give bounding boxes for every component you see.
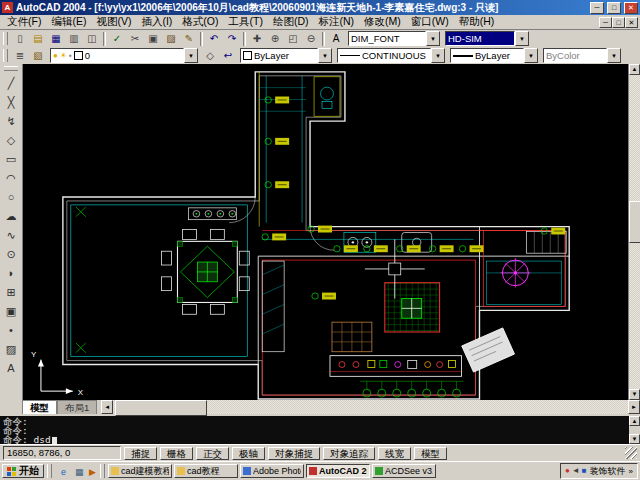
- quicklaunch-media-icon[interactable]: ▶: [83, 464, 97, 478]
- menu-item-0[interactable]: 文件(F): [2, 15, 46, 29]
- zoom-previous-button[interactable]: ⊖: [302, 31, 320, 47]
- mtext-button[interactable]: A: [1, 359, 21, 378]
- dim-style-combo[interactable]: HD-SIM ▼: [445, 31, 529, 46]
- match-properties-button[interactable]: ✎: [180, 31, 198, 47]
- tray-volume-icon[interactable]: ◄: [572, 465, 580, 477]
- zoom-window-button[interactable]: ◰: [284, 31, 302, 47]
- layer-combo[interactable]: ● ☀ ▪ 0 ▼: [50, 48, 198, 63]
- status-toggle-栅格[interactable]: 栅格: [160, 447, 193, 460]
- plotstyle-combo-field[interactable]: ByColor: [543, 48, 607, 63]
- text-style-button[interactable]: A: [327, 31, 345, 47]
- menu-item-9[interactable]: 窗口(W): [406, 15, 454, 29]
- color-dropdown-arrow-icon[interactable]: ▼: [318, 48, 332, 63]
- vscroll-track[interactable]: [629, 75, 640, 389]
- lineweight-combo[interactable]: ByLayer ▼: [450, 48, 538, 63]
- task-button[interactable]: ACDSee v3.1...: [372, 464, 436, 478]
- task-button[interactable]: cad教程: [174, 464, 238, 478]
- pan-button[interactable]: ✚: [248, 31, 266, 47]
- tray-antivirus-icon[interactable]: ●: [565, 465, 570, 477]
- circle-button[interactable]: ○: [1, 188, 21, 207]
- menu-item-1[interactable]: 编辑(E): [46, 15, 91, 29]
- doc-close-button[interactable]: ✕: [625, 17, 638, 28]
- command-scroll-up-icon[interactable]: ▲: [629, 416, 640, 426]
- vscroll-thumb[interactable]: [629, 201, 640, 243]
- save-button[interactable]: ▦: [47, 31, 65, 47]
- status-toggle-正交[interactable]: 正交: [196, 447, 229, 460]
- linetype-dropdown-arrow-icon[interactable]: ▼: [431, 48, 445, 63]
- text-style-combo[interactable]: DIM_FONT ▼: [348, 31, 440, 46]
- menu-item-2[interactable]: 视图(V): [91, 15, 136, 29]
- scroll-left-icon[interactable]: ◄: [101, 400, 113, 414]
- plotstyle-dropdown-arrow-icon[interactable]: ▼: [607, 48, 621, 63]
- text-style-field[interactable]: DIM_FONT: [348, 31, 426, 46]
- command-scrollbar[interactable]: ▲ ▼: [629, 416, 640, 444]
- lineweight-combo-field[interactable]: ByLayer: [450, 48, 524, 63]
- menu-item-8[interactable]: 修改(M): [359, 15, 406, 29]
- line-button[interactable]: ╱: [1, 74, 21, 93]
- start-button[interactable]: 开始: [2, 464, 44, 478]
- menu-item-10[interactable]: 帮助(H): [454, 15, 500, 29]
- linetype-combo-field[interactable]: CONTINUOUS: [337, 48, 431, 63]
- doc-minimize-button[interactable]: ─: [599, 17, 612, 28]
- task-button[interactable]: Adobe Photo...: [240, 464, 304, 478]
- tab-layout1[interactable]: 布局1: [57, 400, 97, 414]
- doc-restore-button[interactable]: □: [612, 17, 625, 28]
- ellipse-arc-button[interactable]: ◗: [1, 264, 21, 283]
- layer-previous-button[interactable]: ↩: [219, 48, 237, 64]
- plotstyle-combo[interactable]: ByColor ▼: [543, 48, 621, 63]
- menu-item-3[interactable]: 插入(I): [136, 15, 177, 29]
- print-preview-button[interactable]: ◫: [83, 31, 101, 47]
- redo-button[interactable]: ↷: [223, 31, 241, 47]
- arc-button[interactable]: ◠: [1, 169, 21, 188]
- status-toggle-极轴[interactable]: 极轴: [232, 447, 265, 460]
- restore-button[interactable]: □: [607, 2, 621, 14]
- ellipse-button[interactable]: ⊙: [1, 245, 21, 264]
- command-window[interactable]: 命令:命令: 命令: dsd ▲ ▼: [0, 414, 640, 444]
- toolbar-grip-2[interactable]: [3, 49, 8, 62]
- menu-item-4[interactable]: 格式(O): [177, 15, 223, 29]
- spline-button[interactable]: ∿: [1, 226, 21, 245]
- hscroll-thumb[interactable]: [115, 400, 207, 416]
- zoom-realtime-button[interactable]: ⊕: [266, 31, 284, 47]
- rectangle-button[interactable]: ▭: [1, 150, 21, 169]
- command-prompt-line[interactable]: 命令: dsd: [3, 435, 626, 444]
- menu-item-7[interactable]: 标注(N): [314, 15, 360, 29]
- tray-chevron-icon[interactable]: »: [629, 467, 633, 476]
- task-button[interactable]: AutoCAD 200...: [306, 464, 370, 478]
- polyline-button[interactable]: ↯: [1, 112, 21, 131]
- open-folder-button[interactable]: ▤: [29, 31, 47, 47]
- layer-combo-field[interactable]: ● ☀ ▪ 0: [50, 48, 184, 63]
- layer-states-button[interactable]: ▧: [29, 48, 47, 64]
- polygon-button[interactable]: ◇: [1, 131, 21, 150]
- command-text[interactable]: 命令:命令: 命令: dsd: [0, 416, 629, 444]
- quicklaunch-ie-icon[interactable]: e: [55, 464, 69, 478]
- hscroll-track[interactable]: [113, 400, 628, 414]
- layer-manager-button[interactable]: ≣: [11, 48, 29, 64]
- scroll-right-icon[interactable]: ►: [628, 400, 640, 414]
- print-button[interactable]: ▥: [65, 31, 83, 47]
- vertical-scrollbar[interactable]: ▲ ▼: [628, 64, 640, 400]
- menu-item-6[interactable]: 绘图(D): [268, 15, 314, 29]
- command-scroll-down-icon[interactable]: ▼: [629, 434, 640, 444]
- draw-toolbar-grip[interactable]: [4, 66, 18, 71]
- close-button[interactable]: ✕: [624, 2, 638, 14]
- insert-block-button[interactable]: ⊞: [1, 283, 21, 302]
- undo-button[interactable]: ↶: [205, 31, 223, 47]
- layer-dropdown-arrow-icon[interactable]: ▼: [184, 48, 198, 63]
- floorplan-canvas[interactable]: X Y: [23, 64, 628, 400]
- new-file-button[interactable]: ▯: [11, 31, 29, 47]
- status-toggle-线宽[interactable]: 线宽: [378, 447, 411, 460]
- make-block-button[interactable]: ▣: [1, 302, 21, 321]
- cut-button[interactable]: ✂: [126, 31, 144, 47]
- menu-item-5[interactable]: 工具(T): [224, 15, 268, 29]
- tray-ime-icon[interactable]: ■: [582, 465, 587, 477]
- tab-model[interactable]: 模型: [22, 400, 57, 414]
- task-button[interactable]: cad建模教程: [108, 464, 172, 478]
- color-combo[interactable]: ByLayer ▼: [240, 48, 332, 63]
- revision-cloud-button[interactable]: ☁: [1, 207, 21, 226]
- construction-line-button[interactable]: ╳: [1, 93, 21, 112]
- horizontal-scrollbar[interactable]: ◄ ►: [101, 400, 640, 414]
- dim-style-dropdown-arrow-icon[interactable]: ▼: [515, 31, 529, 46]
- dim-style-field[interactable]: HD-SIM: [445, 31, 515, 46]
- make-object-layer-button[interactable]: ◇: [201, 48, 219, 64]
